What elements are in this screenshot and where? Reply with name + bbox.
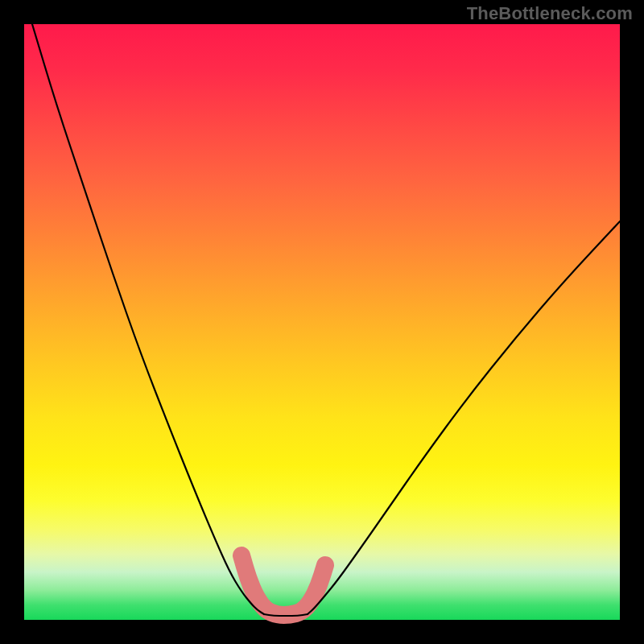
chart-curves xyxy=(24,24,620,620)
watermark-text: TheBottleneck.com xyxy=(467,3,633,24)
chart-frame: TheBottleneck.com xyxy=(0,0,644,644)
right-curve-path xyxy=(308,221,620,614)
left-curve-path xyxy=(32,24,264,614)
